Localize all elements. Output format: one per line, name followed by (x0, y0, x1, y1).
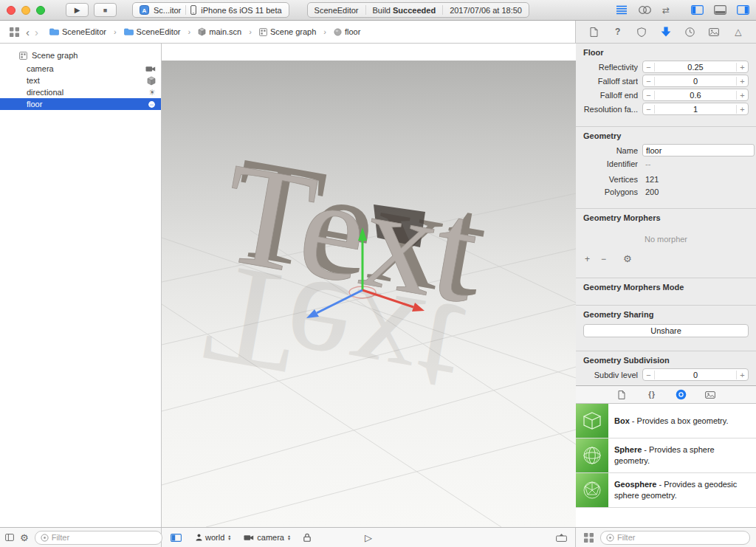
decrement-button[interactable]: − (643, 77, 655, 86)
file-inspector-tab[interactable] (587, 25, 600, 38)
breadcrumb-item[interactable]: Scene graph (259, 27, 316, 36)
stepper-value[interactable]: 0.25 (655, 63, 736, 72)
falloff-end-stepper[interactable]: − 0.6 + (642, 89, 749, 101)
library-panel-toggle[interactable] (554, 531, 568, 544)
run-button[interactable]: ▶ (66, 3, 89, 17)
section-title: Geometry Sharing (576, 306, 756, 322)
version-editor-button[interactable]: ⇄ (662, 5, 670, 16)
scene-3d-canvas[interactable]: Text Text Text (162, 61, 576, 527)
close-window-button[interactable] (7, 6, 16, 15)
library-filter-field[interactable] (600, 531, 750, 545)
breadcrumb-separator: › (323, 27, 326, 36)
navigator-filter-field[interactable] (35, 531, 162, 545)
overlay-panel-toggle[interactable] (169, 531, 182, 544)
filter-icon (606, 534, 614, 542)
polygons-row: Polygons 200 (576, 185, 756, 198)
assistant-editor-button[interactable] (639, 4, 652, 17)
camera-lock-button[interactable] (303, 533, 311, 542)
increment-button[interactable]: + (736, 371, 748, 379)
breadcrumb-item[interactable]: SceneEditor (49, 27, 106, 36)
geometry-sharing-section: Geometry Sharing Unshare (576, 305, 756, 345)
preview-play-button[interactable]: ▷ (365, 532, 372, 543)
scene-node-directional[interactable]: directional ☀ (0, 86, 161, 98)
breadcrumb-item[interactable]: main.scn (198, 27, 241, 36)
box-geometry-icon (576, 404, 608, 438)
media-library-tab[interactable] (704, 389, 716, 401)
breadcrumb-item[interactable]: floor (334, 27, 360, 36)
unshare-button[interactable]: Unshare (583, 324, 749, 337)
field-label: Polygons (576, 188, 638, 196)
increment-button[interactable]: + (736, 91, 748, 100)
polygons-value: 200 (642, 188, 659, 196)
decrement-button[interactable]: − (643, 371, 655, 379)
increment-button[interactable]: + (736, 63, 748, 72)
viewport-bottom-bar: world ▴▾ camera ▴▾ ▷ (162, 528, 576, 547)
forward-button[interactable]: › (35, 27, 38, 38)
scheme-name[interactable]: Sc...itor (154, 6, 181, 15)
scene-inspector-tab[interactable] (707, 25, 721, 38)
subdiv-level-stepper[interactable]: − 0 + (642, 368, 749, 381)
scene-graph-root[interactable]: Scene graph (0, 48, 161, 63)
no-morpher-text: No morpher (576, 225, 756, 252)
library-item-name: Sphere (614, 445, 642, 454)
library-item-geosphere[interactable]: Geosphere - Provides a geodesic sphere g… (576, 473, 756, 508)
floor-section: Floor Reflectivity − 0.25 + Falloff star… (576, 44, 756, 120)
object-library-tab[interactable] (675, 389, 687, 401)
quick-help-inspector-tab[interactable]: ? (611, 25, 625, 38)
stop-button[interactable]: ■ (94, 3, 117, 17)
library-item-box[interactable]: Box - Provides a box geometry. (576, 404, 756, 438)
scheme-selector[interactable]: A Sc...itor iPhone 6s iOS 11 beta (132, 2, 289, 18)
section-title: Geometry Morphers Mode (576, 278, 756, 295)
node-inspector-tab[interactable]: △ (732, 25, 745, 38)
library-grid-view-icon[interactable] (582, 531, 595, 544)
related-items-button[interactable] (7, 25, 21, 38)
stepper-value[interactable]: 0 (655, 371, 736, 379)
scene-node-camera[interactable]: camera (0, 63, 161, 75)
library-item-sphere[interactable]: Sphere - Provides a sphere geometry. (576, 438, 756, 473)
code-snippet-library-tab[interactable]: { } (645, 389, 657, 401)
increment-button[interactable]: + (736, 77, 748, 86)
zoom-window-button[interactable] (36, 6, 45, 15)
scene-graph-icon (259, 28, 267, 36)
device-name[interactable]: iPhone 6s iOS 11 beta (201, 6, 281, 15)
remove-morpher-button[interactable]: − (601, 254, 606, 264)
stepper-value[interactable]: 0.6 (655, 91, 736, 100)
add-morpher-button[interactable]: + (585, 254, 590, 264)
file-template-library-tab[interactable] (616, 389, 628, 401)
library-filter-input[interactable] (617, 533, 744, 542)
gear-icon[interactable]: ⚙ (623, 253, 632, 264)
stepper-value[interactable]: 0 (655, 77, 736, 86)
identity-inspector-tab[interactable] (635, 25, 648, 38)
reflectivity-stepper[interactable]: − 0.25 + (642, 61, 749, 73)
scene-node-text[interactable]: text (0, 75, 161, 86)
camera-popup[interactable]: camera ▴▾ (244, 533, 290, 542)
physics-inspector-tab[interactable] (684, 25, 697, 38)
decrement-button[interactable]: − (643, 63, 655, 72)
main-toolbar: ▶ ■ A Sc...itor iPhone 6s iOS 11 beta Sc… (0, 0, 756, 21)
stepper-value[interactable]: 1 (655, 105, 736, 114)
debug-area-toggle-button[interactable] (713, 4, 726, 17)
decrement-button[interactable]: − (643, 91, 655, 100)
geometry-section: Geometry Name Identifier -- Vertices 121… (576, 126, 756, 202)
falloff-end-row: Falloff end − 0.6 + (576, 88, 756, 102)
attributes-inspector-tab[interactable] (659, 25, 673, 38)
inspectors-toggle-button[interactable] (736, 4, 749, 17)
increment-button[interactable]: + (736, 105, 748, 114)
navigator-filter-input[interactable] (52, 533, 157, 542)
scene-node-floor[interactable]: floor (0, 98, 161, 110)
falloff-start-stepper[interactable]: − 0 + (642, 75, 749, 87)
library-item-list[interactable]: Box - Provides a box geometry. Sphere - … (576, 404, 756, 527)
transform-space-popup[interactable]: world ▴▾ (196, 533, 230, 542)
resolution-factor-stepper[interactable]: − 1 + (642, 103, 749, 115)
geometry-name-field[interactable] (642, 144, 755, 156)
standard-editor-button[interactable] (615, 4, 628, 17)
scene-editor-viewport[interactable]: Text Text Text (162, 44, 576, 527)
entity-filter-icon[interactable] (5, 531, 14, 544)
gear-icon[interactable]: ⚙ (20, 532, 29, 543)
decrement-button[interactable]: − (643, 105, 655, 114)
breadcrumb-item[interactable]: SceneEditor (124, 27, 181, 36)
inspector-tab-bar: ? △ (576, 21, 756, 44)
back-button[interactable]: ‹ (26, 27, 30, 38)
navigator-toggle-button[interactable] (690, 4, 704, 17)
minimize-window-button[interactable] (21, 6, 30, 15)
